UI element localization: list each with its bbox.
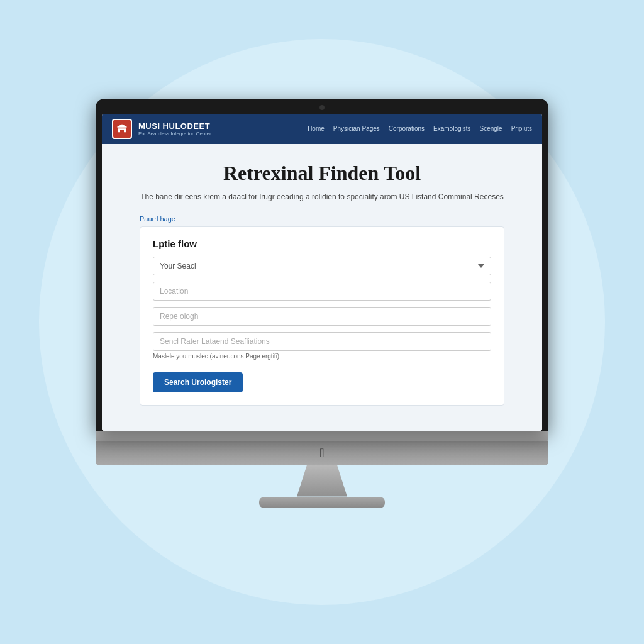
insurance-group: Maslele you muslec (aviner.cons Page erg… (153, 332, 491, 360)
search-button[interactable]: Search Urologister (153, 372, 243, 392)
brand-text: MUSI HULODEET For Seamless Integration C… (138, 121, 211, 136)
specialty-group: Your Seacl (153, 257, 491, 275)
nav-links: Home Physician Pages Corporations Examol… (308, 125, 532, 132)
brand-title: MUSI HULODEET (138, 121, 211, 131)
brand-subtitle: For Seamless Integration Center (138, 131, 211, 136)
nav-link-scengle[interactable]: Scengle (480, 125, 502, 132)
monitor-bottom-bezel (96, 431, 548, 441)
monitor-stand-neck (297, 465, 347, 497)
monitor-chin:  (96, 441, 548, 465)
page-subtitle: The bane dir eens krem a daacl for lrugr… (140, 191, 504, 203)
form-card-title: Lptie flow (153, 238, 491, 249)
monitor-body: MUSI HULODEET For Seamless Integration C… (96, 99, 548, 431)
form-card: Lptie flow Your Seacl (140, 226, 504, 406)
radius-input[interactable] (153, 307, 491, 326)
nav-link-pripluts[interactable]: Pripluts (511, 125, 532, 132)
monitor-camera (319, 105, 325, 110)
nav-link-home[interactable]: Home (308, 125, 325, 132)
navigation-bar: MUSI HULODEET For Seamless Integration C… (102, 114, 542, 144)
form-section-label[interactable]: Paurrl hage (140, 215, 504, 223)
brand-logo-icon (112, 119, 132, 139)
insurance-hint: Maslele you muslec (aviner.cons Page erg… (153, 353, 491, 360)
monitor-wrapper: MUSI HULODEET For Seamless Integration C… (96, 99, 548, 508)
radius-group (153, 307, 491, 326)
apple-logo-icon:  (319, 446, 324, 460)
monitor-stand-base (259, 497, 385, 508)
nav-link-corporations[interactable]: Corporations (389, 125, 425, 132)
location-input[interactable] (153, 282, 491, 301)
specialty-select[interactable]: Your Seacl (153, 257, 491, 275)
page-title: Retrexinal Finden Tool (140, 162, 504, 185)
monitor-screen: MUSI HULODEET For Seamless Integration C… (102, 114, 542, 431)
location-group (153, 282, 491, 301)
insurance-input[interactable] (153, 332, 491, 351)
scene-background: MUSI HULODEET For Seamless Integration C… (39, 39, 605, 605)
main-content: Retrexinal Finden Tool The bane dir eens… (102, 144, 542, 431)
nav-link-examologists[interactable]: Examologists (433, 125, 470, 132)
building-icon (116, 123, 128, 135)
nav-link-physician[interactable]: Physician Pages (333, 125, 380, 132)
